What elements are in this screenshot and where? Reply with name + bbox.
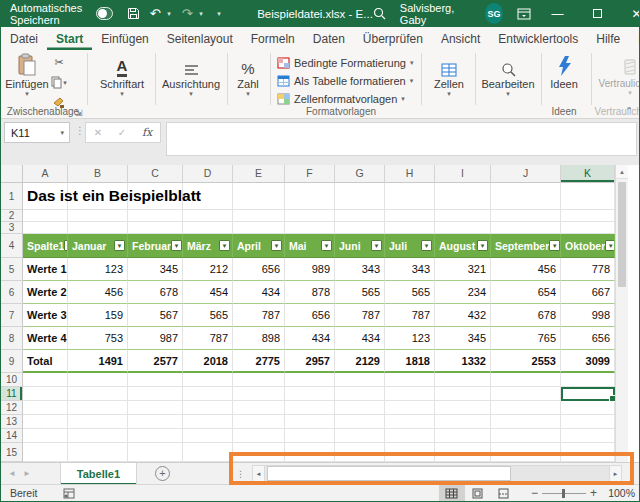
cell-J15[interactable] (491, 443, 561, 462)
cell-styles-button[interactable]: Zellenformatvorlagen▾ (277, 91, 413, 106)
row-header-4[interactable]: 4 (1, 234, 23, 258)
cell-D8[interactable]: 787 (183, 327, 233, 350)
alignment-group-button[interactable]: Ausrichtung ▾ (159, 53, 223, 97)
cell-E1[interactable] (233, 183, 285, 210)
cell-B6[interactable]: 456 (68, 281, 128, 304)
cell-D6[interactable]: 454 (183, 281, 233, 304)
cell-G5[interactable]: 343 (335, 258, 385, 281)
sheet-tab-tabelle1[interactable]: Tabelle1 (60, 463, 137, 485)
horizontal-scrollbar[interactable]: ◄ ► (252, 465, 622, 482)
cell-A4[interactable]: Spalte1▼ (23, 234, 68, 258)
cell-K12[interactable] (561, 401, 615, 415)
cell-D10[interactable] (183, 373, 233, 387)
cell-A5[interactable]: Werte 1 (23, 258, 68, 281)
cell-I11[interactable] (435, 387, 491, 401)
ribbon-tab-überprüfen[interactable]: Überprüfen (354, 27, 432, 50)
filter-dropdown-icon[interactable]: ▼ (171, 240, 182, 251)
cell-G2[interactable] (335, 210, 385, 222)
cell-E13[interactable] (233, 415, 285, 429)
cell-D13[interactable] (183, 415, 233, 429)
column-header-H[interactable]: H (385, 165, 435, 183)
row-header-14[interactable]: 14 (1, 429, 23, 443)
ribbon-tab-seitenlayout[interactable]: Seitenlayout (158, 27, 242, 50)
column-header-K[interactable]: K (561, 165, 615, 183)
cell-G6[interactable]: 565 (335, 281, 385, 304)
cell-H3[interactable] (385, 222, 435, 234)
ribbon-display-options-icon[interactable] (517, 8, 531, 20)
cell-G3[interactable] (335, 222, 385, 234)
cell-C6[interactable]: 678 (128, 281, 183, 304)
cell-I5[interactable]: 321 (435, 258, 491, 281)
cell-K13[interactable] (561, 415, 615, 429)
cell-K10[interactable] (561, 373, 615, 387)
cell-C4[interactable]: Februar▼ (128, 234, 183, 258)
insert-function-icon[interactable]: fx (142, 126, 152, 139)
cell-A9[interactable]: Total (23, 350, 68, 373)
cell-C2[interactable] (128, 210, 183, 222)
ribbon-tab-start[interactable]: Start (47, 27, 92, 50)
ribbon-tab-hilfe[interactable]: Hilfe (587, 27, 629, 50)
cell-F6[interactable]: 878 (285, 281, 335, 304)
cell-F2[interactable] (285, 210, 335, 222)
filter-dropdown-icon[interactable]: ▼ (421, 240, 432, 251)
cell-D15[interactable] (183, 443, 233, 462)
cell-J6[interactable]: 654 (491, 281, 561, 304)
editing-group-button[interactable]: Bearbeiten ▾ (479, 53, 537, 97)
cell-B11[interactable] (68, 387, 128, 401)
cell-E5[interactable]: 656 (233, 258, 285, 281)
cell-D4[interactable]: März▼ (183, 234, 233, 258)
column-header-G[interactable]: G (335, 165, 385, 183)
view-page-layout-icon[interactable] (465, 485, 491, 501)
cell-F7[interactable]: 656 (285, 304, 335, 327)
vertical-scrollbar[interactable]: ▲ (615, 165, 628, 462)
cell-F5[interactable]: 989 (285, 258, 335, 281)
name-box[interactable]: K11 ▾ (4, 122, 70, 143)
cell-H5[interactable]: 343 (385, 258, 435, 281)
cell-E11[interactable] (233, 387, 285, 401)
column-header-I[interactable]: I (435, 165, 491, 183)
view-page-break-icon[interactable] (491, 485, 517, 501)
ideas-button[interactable]: Ideen (545, 53, 583, 90)
cell-D7[interactable]: 565 (183, 304, 233, 327)
cell-D12[interactable] (183, 401, 233, 415)
cell-B9[interactable]: 1491 (68, 350, 128, 373)
cell-A11[interactable] (23, 387, 68, 401)
cell-C15[interactable] (128, 443, 183, 462)
zoom-out-icon[interactable]: − (531, 486, 538, 500)
undo-dropdown-icon[interactable]: ▾ (167, 10, 175, 18)
cell-B14[interactable] (68, 429, 128, 443)
cell-G15[interactable] (335, 443, 385, 462)
cell-K4[interactable]: Oktober▼ (561, 234, 615, 258)
cell-A7[interactable]: Werte 3 (23, 304, 68, 327)
close-button[interactable]: ✕ (624, 0, 640, 27)
cell-C8[interactable]: 987 (128, 327, 183, 350)
cell-K5[interactable]: 778 (561, 258, 615, 281)
cell-A2[interactable] (23, 210, 68, 222)
cell-H11[interactable] (385, 387, 435, 401)
row-header-12[interactable]: 12 (1, 401, 23, 415)
filter-dropdown-icon[interactable]: ▼ (605, 240, 615, 251)
cell-I1[interactable] (435, 183, 491, 210)
conditional-formatting-button[interactable]: Bedingte Formatierung▾ (277, 55, 413, 70)
cell-F15[interactable] (285, 443, 335, 462)
cell-A6[interactable]: Werte 2 (23, 281, 68, 304)
paste-button[interactable]: Einfügen ▾ (7, 53, 47, 97)
cell-I7[interactable]: 432 (435, 304, 491, 327)
cell-C13[interactable] (128, 415, 183, 429)
column-header-J[interactable]: J (491, 165, 561, 183)
save-icon[interactable] (123, 4, 143, 24)
copy-icon[interactable]: ▾ (47, 75, 71, 90)
ribbon-tab-einfügen[interactable]: Einfügen (92, 27, 157, 50)
search-icon[interactable] (373, 7, 386, 20)
row-header-6[interactable]: 6 (1, 281, 23, 304)
cell-I9[interactable]: 1332 (435, 350, 491, 373)
select-all-corner[interactable] (1, 165, 23, 183)
redo-icon[interactable]: ↷ (177, 4, 197, 24)
cell-F11[interactable] (285, 387, 335, 401)
cell-H10[interactable] (385, 373, 435, 387)
zoom-in-icon[interactable]: + (590, 486, 597, 500)
cell-D5[interactable]: 212 (183, 258, 233, 281)
cell-J11[interactable] (491, 387, 561, 401)
row-header-15[interactable]: 15 (1, 443, 23, 462)
maximize-button[interactable] (584, 0, 609, 27)
